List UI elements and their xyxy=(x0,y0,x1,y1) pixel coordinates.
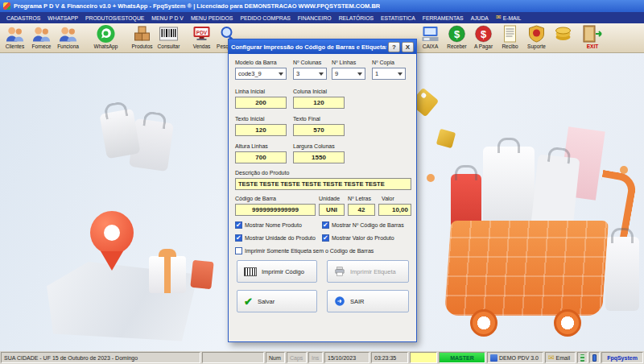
receipt-icon xyxy=(500,24,520,43)
checkbox-somente-etiqueta[interactable]: Imprimir Somente Etiqueta sem o Código d… xyxy=(235,247,374,254)
checkbox-mostrar-valor[interactable]: Mostrar Valor do Produto xyxy=(322,234,394,242)
menu-produtos-estoque[interactable]: PRODUTOS/ESTOQUE xyxy=(85,15,144,21)
altura-linhas-field[interactable]: 700 xyxy=(235,151,287,163)
unidade-field[interactable]: UNI xyxy=(319,204,345,216)
toolbar-left-group: Clientes Fornece Funciona WhatsApp Produ… xyxy=(2,24,242,50)
checkbox-label: Mostrar Nº Código de Barras xyxy=(332,222,404,228)
num-copia-select[interactable]: 1 xyxy=(372,68,406,80)
support-badge-icon xyxy=(526,24,547,43)
menu-email[interactable]: ✉E-MAIL xyxy=(496,14,521,21)
checkbox-mostrar-nome[interactable]: Mostrar Nome Produto xyxy=(235,221,302,229)
valor-field[interactable]: 10,00 xyxy=(378,204,411,216)
illustration-gift-box xyxy=(149,256,186,293)
combo-value: code3_9 xyxy=(238,70,262,77)
checkbox-icon[interactable] xyxy=(235,234,242,242)
toolbar-button-recibo[interactable]: Recibo xyxy=(497,24,523,50)
texto-inicial-field[interactable]: 120 xyxy=(235,124,287,136)
toolbar-button-exit[interactable]: EXIT xyxy=(576,24,609,50)
checkbox-mostrar-unidade[interactable]: Mostrar Unidade do Produto xyxy=(235,234,316,242)
checkbox-icon[interactable] xyxy=(235,221,242,229)
toolbar-label: WhatsApp xyxy=(94,43,118,50)
toolbar-button-suporte[interactable]: Suporte xyxy=(523,24,550,50)
menu-label: MENU PEDIDOS xyxy=(191,15,233,21)
combo-value: 3 xyxy=(296,70,299,77)
status-screen[interactable] xyxy=(589,352,600,363)
num-letras-field[interactable]: 42 xyxy=(348,204,375,216)
checkbox-icon[interactable] xyxy=(322,234,329,242)
toolbar-label: Clientes xyxy=(6,43,24,50)
combo-value: 1 xyxy=(375,70,378,77)
illustration-cart-wheel xyxy=(554,309,581,337)
version-label: DEMO PDV 3.0 xyxy=(499,355,539,361)
menu-ajuda[interactable]: AJUDA xyxy=(471,15,489,21)
menu-label: PEDIDO COMPRAS xyxy=(240,15,290,21)
toolbar-button-moedas[interactable] xyxy=(550,24,576,50)
status-version: DEMO PDV 3.0 xyxy=(487,352,543,363)
svg-text:PDV: PDV xyxy=(196,30,208,35)
toolbar-button-consultar[interactable]: Consultar xyxy=(155,24,182,50)
status-brand: FpqSystem xyxy=(601,352,643,363)
menu-pedido-compras[interactable]: PEDIDO COMPRAS xyxy=(240,15,290,21)
toolbar-button-fornecedores[interactable]: Fornece xyxy=(28,24,55,50)
toolbar-button-vendas[interactable]: PDV Vendas xyxy=(188,24,215,50)
checkbox-label: Mostrar Valor do Produto xyxy=(332,235,394,241)
toolbar-right-group: CAIXA Receber A Pagar Recibo Suporte xyxy=(417,24,609,50)
valor-label: Valor xyxy=(382,196,394,201)
menu-cadastros[interactable]: CADASTROS xyxy=(6,15,40,21)
num-linhas-select[interactable]: 9 xyxy=(332,68,365,80)
help-button[interactable]: ? xyxy=(388,42,400,52)
dialog-title-bar[interactable]: Configurar Impressão do Código de Barras… xyxy=(229,39,416,54)
toolbar-button-caixa[interactable]: CAIXA xyxy=(417,24,444,50)
menu-ferramentas[interactable]: FERRAMENTAS xyxy=(423,15,464,21)
toolbar-button-receber[interactable]: Receber xyxy=(444,24,470,50)
status-user: MASTER xyxy=(439,352,485,363)
imprimir-codigo-button[interactable]: Imprimir Código xyxy=(237,260,317,283)
exit-arrow-icon xyxy=(334,296,345,307)
checkbox-mostrar-codigo-barras[interactable]: Mostrar Nº Código de Barras xyxy=(322,221,404,229)
modelo-barra-select[interactable]: code3_9 xyxy=(235,68,287,80)
menu-estatistica[interactable]: ESTATISTICA xyxy=(381,15,415,21)
products-boxes-icon xyxy=(132,24,152,43)
altura-linhas-label: Altura Linhas xyxy=(235,143,268,149)
toolbar-button-produtos[interactable]: Produtos xyxy=(129,24,155,50)
checkbox-icon[interactable] xyxy=(235,247,242,254)
illustration-dot xyxy=(427,174,435,182)
codigo-barra-field[interactable]: 9999999999999 xyxy=(235,204,316,216)
toolbar-label: EXIT xyxy=(587,43,598,50)
suppliers-icon xyxy=(31,24,52,43)
toolbar-button-a-pagar[interactable]: A Pagar xyxy=(470,24,497,50)
largura-colunas-field[interactable]: 1550 xyxy=(293,151,345,163)
colunas-label: Nº Colunas xyxy=(293,60,321,65)
sair-button[interactable]: SAIR xyxy=(327,290,409,312)
imprimir-etiqueta-button[interactable]: Imprimir Etiqueta xyxy=(327,260,409,283)
toolbar-button-funcionarios[interactable]: Funciona xyxy=(55,24,81,50)
cash-register-icon xyxy=(420,24,440,43)
employees-icon xyxy=(58,24,78,43)
toolbar-button-clientes[interactable]: Clientes xyxy=(2,24,28,50)
toolbar-button-whatsapp[interactable]: WhatsApp xyxy=(93,24,119,50)
illustration-shopping-cart xyxy=(444,221,609,316)
toolbar-label: CAIXA xyxy=(423,43,439,50)
pdv-sales-icon: PDV xyxy=(192,24,212,43)
close-icon[interactable]: X xyxy=(402,42,414,52)
menu-menu-pdv[interactable]: MENU P D V xyxy=(151,15,184,21)
menu-whatsapp[interactable]: WHATSAPP xyxy=(47,15,78,21)
menu-label: CADASTROS xyxy=(6,15,40,21)
menu-label: MENU P D V xyxy=(151,15,184,21)
menu-relatorios[interactable]: RELATÓRIOS xyxy=(339,15,374,21)
descricao-field[interactable]: TESTE TESTE TESTE TESTE TESTE TESTE TEST… xyxy=(235,178,411,190)
texto-final-field[interactable]: 570 xyxy=(293,124,345,136)
num-colunas-select[interactable]: 3 xyxy=(293,68,327,80)
checkbox-icon[interactable] xyxy=(322,221,329,229)
salvar-button[interactable]: Salvar xyxy=(237,290,317,312)
toolbar-label: Produtos xyxy=(131,43,152,50)
menu-financeiro[interactable]: FINANCEIRO xyxy=(298,15,332,21)
coluna-inicial-field[interactable]: 120 xyxy=(293,97,345,109)
linha-inicial-field[interactable]: 200 xyxy=(235,97,287,109)
status-email[interactable]: ✉ Email xyxy=(545,352,576,363)
button-label: Imprimir Etiqueta xyxy=(350,268,396,275)
texto-final-label: Texto Final xyxy=(293,116,320,122)
monitor-icon xyxy=(592,354,597,362)
menu-menu-pedidos[interactable]: MENU PEDIDOS xyxy=(191,15,233,21)
status-grid[interactable] xyxy=(577,352,588,363)
